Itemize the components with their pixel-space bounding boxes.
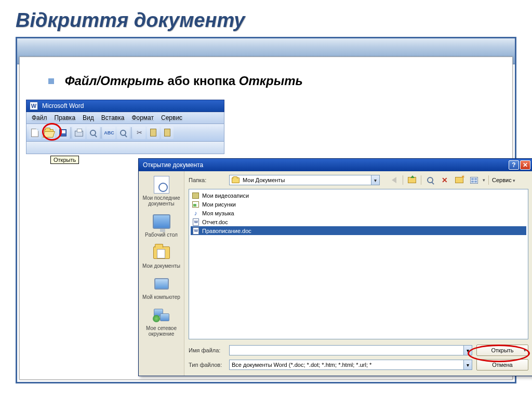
word-app-icon: W [30,102,38,110]
file-name: Правописание.doc [202,228,251,234]
menu-tools[interactable]: Сервис [158,113,185,122]
folder-combo[interactable]: Мои Документы ▾ [229,175,380,185]
toolbar-research-button[interactable] [117,127,129,139]
open-button[interactable]: Открыть ▾ [476,345,528,356]
bullet-text-or: або кнопка [164,74,239,88]
views-button[interactable] [468,174,480,186]
toolbar-spellcheck-button[interactable]: ABC [103,127,115,139]
delete-icon: ✕ [442,176,448,184]
word-titlebar: W Microsoft Word [26,100,224,112]
toolbar-preview-button[interactable] [87,127,99,139]
menu-format[interactable]: Формат [128,113,157,122]
place-label: Мои последние документы [141,195,182,207]
toolbar-print-button[interactable] [73,127,85,139]
word-doc-icon [192,227,200,235]
toolbar-new-button[interactable] [29,127,41,139]
search-button[interactable] [424,174,436,186]
slide-title: Відкриття документу [16,9,516,32]
file-name: Мои видеозаписи [202,193,249,199]
cancel-button[interactable]: Отмена [476,359,528,370]
abc-icon: ABC [104,130,114,135]
newfolder-icon [455,177,463,183]
toolbar-cut-button[interactable]: ✂ [133,127,145,139]
filetype-combo[interactable]: Все документы Word (*.doc; *.dot; *.htm;… [229,360,472,370]
list-item-selected[interactable]: Правописание.doc [191,226,526,235]
place-label: Мой компьютер [142,294,180,300]
chevron-down-icon[interactable]: ▾ [463,360,472,369]
file-name: Моя музыка [202,210,234,216]
folder-icon [232,177,240,183]
mydocs-icon [152,244,171,262]
paper-surface: Файл/Открыть або кнопка Открыть W Micros… [19,57,513,380]
up-icon [408,177,416,183]
open-dialog: Открытие документа ? ✕ Мои последние док… [138,158,532,376]
folder-value: Мои Документы [243,177,285,183]
help-button[interactable]: ? [509,160,519,170]
word-toolbar: ABC ✂ [26,124,224,142]
filename-label: Имя файла: [189,347,225,353]
paste-icon [164,129,170,136]
toolbar-paste-button[interactable] [161,127,174,139]
back-button[interactable] [388,174,400,186]
file-list[interactable]: Мои видеозаписи Мои рисунки ♪ Моя музыка [189,189,528,339]
views-chevron-icon[interactable]: ▾ [483,177,485,183]
filetype-label: Тип файлов: [189,362,225,368]
place-desktop[interactable]: Рабочий стол [140,210,183,240]
network-icon [152,306,171,324]
chevron-down-icon[interactable]: ▾ [371,175,379,185]
back-icon [392,177,396,183]
views-icon [470,177,478,184]
place-network[interactable]: Мое сетевое окружение [140,304,183,339]
desktop-icon [152,213,171,230]
magnifier-icon [90,130,96,136]
filetype-value: Все документы Word (*.doc; *.dot; *.htm;… [232,362,371,368]
save-icon [59,129,66,136]
up-button[interactable] [406,174,418,186]
folder-label: Папка: [189,177,225,183]
toolbar-save-button[interactable] [57,127,69,139]
word-doc-icon [192,218,200,226]
folder-row: Папка: Мои Документы ▾ [184,171,532,189]
dialog-title-text: Открытие документа [143,161,203,169]
place-label: Мои документы [142,263,180,269]
tools-menu[interactable]: Сервис ▾ [492,177,515,183]
dialog-toolstrip: ✕ ▾ Сервис ▾ [388,174,528,186]
delete-button[interactable]: ✕ [439,174,450,186]
computer-icon [152,275,171,293]
toolbar-sep [131,127,131,139]
toolbar-open-button[interactable] [43,127,55,139]
place-mydocs[interactable]: Мои документы [140,241,183,271]
open-split-icon[interactable]: ▾ [524,348,526,353]
tool-sep [403,175,403,185]
open-button-label: Открыть [491,347,513,353]
list-item[interactable]: Мои видеозаписи [191,191,526,200]
newfolder-button[interactable] [454,174,465,186]
cancel-button-label: Отмена [492,362,512,368]
menu-view[interactable]: Вид [79,113,97,122]
list-item[interactable]: Отчет.doc [191,217,526,226]
print-icon [75,131,83,136]
research-icon [120,130,126,136]
menu-insert[interactable]: Вставка [98,113,128,122]
menu-file[interactable]: Файл [29,113,50,122]
close-button[interactable]: ✕ [520,160,530,170]
recent-icon [152,176,171,194]
word-menubar: Файл Правка Вид Вставка Формат Сервис [26,112,224,124]
chevron-down-icon[interactable]: ▾ [463,346,472,355]
bullet-text-button: Открыть [239,74,303,88]
list-item[interactable]: Мои рисунки [191,200,526,209]
place-recent[interactable]: Мои последние документы [140,173,183,209]
list-item[interactable]: ♪ Моя музыка [191,209,526,217]
tool-sep [488,175,489,185]
place-computer[interactable]: Мой компьютер [140,272,183,303]
toolbar-copy-button[interactable] [147,127,159,139]
scissors-icon: ✂ [137,129,142,136]
filename-input[interactable]: ▾ [229,345,472,355]
toolbar-sep [71,127,71,139]
music-icon: ♪ [192,210,200,217]
word-format-strip [26,142,224,154]
dialog-titlebar[interactable]: Открытие документа ? ✕ [139,159,532,171]
search-icon [427,177,433,183]
tooltip-open: Открыть [50,156,79,164]
menu-edit[interactable]: Правка [51,113,79,122]
